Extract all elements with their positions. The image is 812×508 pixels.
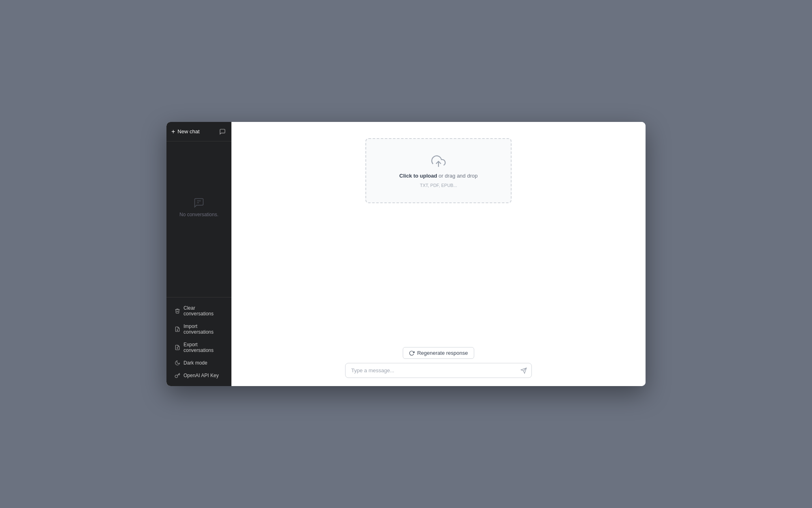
moon-icon	[175, 360, 180, 366]
history-icon	[219, 128, 226, 135]
export-conversations-item[interactable]: Export conversations	[169, 339, 229, 356]
api-key-item[interactable]: OpenAI API Key	[169, 369, 229, 382]
upload-text: Click to upload or drag and drop	[400, 173, 478, 179]
trash-icon	[175, 308, 180, 314]
no-conversations-label: No conversations.	[179, 212, 218, 217]
upload-click-label: Click to upload	[400, 173, 437, 179]
no-conversations-icon	[193, 197, 205, 208]
send-button[interactable]	[520, 367, 528, 375]
upload-cloud-icon	[431, 154, 446, 169]
history-button[interactable]	[218, 127, 227, 137]
regenerate-button[interactable]: Regenerate response	[403, 347, 474, 359]
import-conversations-item[interactable]: Import conversations	[169, 320, 229, 338]
message-input-wrapper	[345, 363, 532, 378]
export-conversations-label: Export conversations	[184, 342, 223, 353]
upload-hint: TXT, PDF, EPUB...	[420, 183, 457, 188]
sidebar-empty-state: No conversations.	[166, 141, 231, 297]
regenerate-label: Regenerate response	[417, 350, 468, 356]
sidebar-footer: Clear conversations Import conversations	[166, 297, 231, 386]
import-conversations-label: Import conversations	[184, 323, 223, 335]
sidebar-header: + New chat	[166, 122, 231, 141]
send-icon	[520, 367, 527, 374]
api-key-label: OpenAI API Key	[184, 373, 219, 378]
export-file-icon	[175, 345, 180, 350]
sidebar: + New chat No conversations.	[166, 122, 231, 386]
app-window: + New chat No conversations.	[166, 122, 646, 386]
upload-drag-label: or drag and drop	[437, 173, 478, 179]
bottom-area: Regenerate response	[231, 343, 646, 386]
import-file-icon	[175, 326, 180, 332]
clear-conversations-item[interactable]: Clear conversations	[169, 302, 229, 320]
new-chat-button[interactable]: + New chat	[171, 126, 215, 137]
new-chat-label: New chat	[177, 128, 199, 135]
plus-icon: +	[171, 128, 175, 135]
main-panel: Click to upload or drag and drop TXT, PD…	[231, 122, 646, 386]
main-content: Click to upload or drag and drop TXT, PD…	[231, 122, 646, 343]
message-input[interactable]	[345, 363, 532, 378]
key-icon	[175, 373, 180, 378]
dark-mode-item[interactable]: Dark mode	[169, 357, 229, 369]
dark-mode-label: Dark mode	[184, 360, 207, 366]
clear-conversations-label: Clear conversations	[184, 305, 223, 317]
upload-area[interactable]: Click to upload or drag and drop TXT, PD…	[365, 138, 512, 203]
refresh-icon	[409, 350, 415, 356]
